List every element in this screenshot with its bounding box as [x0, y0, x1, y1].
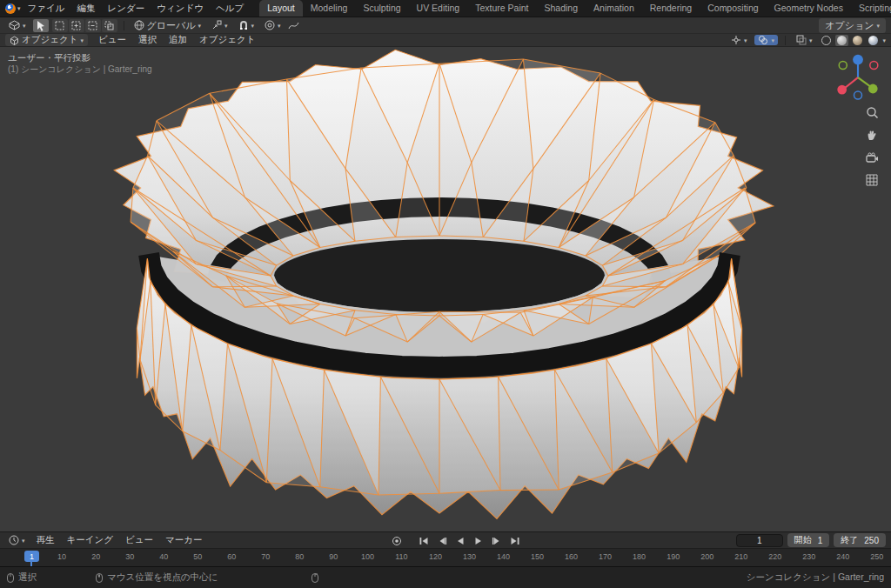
jump-to-end-button[interactable]: [506, 534, 523, 547]
toggle-grid-button[interactable]: [864, 172, 880, 188]
prev-keyframe-button[interactable]: [433, 534, 450, 547]
workspace-tab[interactable]: Layout: [259, 0, 303, 17]
prev-keyframe-icon: [437, 536, 447, 546]
menu-item[interactable]: レンダー: [102, 2, 151, 16]
ruler-tick: 30: [125, 552, 134, 561]
ruler-tick: 50: [193, 552, 202, 561]
frame-end-value: 250: [864, 536, 879, 545]
editor-type-dropdown[interactable]: ▾: [5, 20, 30, 30]
workspace-tab[interactable]: Scripting: [851, 0, 891, 17]
timeline-menu-item[interactable]: ビュー: [119, 533, 159, 547]
camera-view-button[interactable]: [864, 150, 880, 165]
workspace-tab[interactable]: Animation: [586, 0, 642, 17]
ruler-tick: 170: [599, 552, 612, 561]
timeline-header: ▾ 再生キーイングビューマーカー 1 開始 1 終了 250: [0, 531, 891, 548]
zoom-button[interactable]: [864, 104, 880, 120]
frame-end-label: 終了: [841, 534, 858, 546]
viewport-menu-item[interactable]: 選択: [132, 33, 163, 47]
playhead[interactable]: 1: [24, 551, 39, 562]
frame-fields: 1 開始 1 終了 250: [736, 533, 886, 547]
globe-icon: [134, 20, 144, 30]
ruler-tick: 190: [667, 552, 680, 561]
shading-wireframe-button[interactable]: [820, 35, 833, 46]
select-tool-button[interactable]: [33, 19, 49, 32]
show-overlays-dropdown[interactable]: ▾: [754, 35, 778, 45]
mouse-right-icon: [312, 573, 318, 583]
hand-icon: [866, 129, 878, 142]
timeline-menu-item[interactable]: キーイング: [61, 533, 119, 547]
shading-solid-button[interactable]: [835, 35, 848, 46]
current-frame-field[interactable]: 1: [736, 534, 783, 547]
solid-sphere-icon: [837, 36, 847, 45]
blender-logo-icon[interactable]: ▾: [5, 3, 21, 14]
transform-orientation-dropdown[interactable]: グローバル ▾: [131, 19, 205, 32]
viewport-menu-item[interactable]: 追加: [163, 33, 193, 47]
camera-icon: [866, 152, 879, 164]
ruler-tick: 150: [531, 552, 544, 561]
workspace-tab[interactable]: Rendering: [642, 0, 700, 17]
play-button[interactable]: [470, 534, 486, 547]
timeline-menu-item[interactable]: マーカー: [159, 533, 209, 547]
3d-viewport[interactable]: ユーザー・平行投影 (1) シーンコレクション | Garter_ring: [0, 47, 891, 531]
3d-object-garter-ring[interactable]: [0, 47, 891, 531]
workspace-tab[interactable]: UV Editing: [409, 0, 468, 17]
next-keyframe-icon: [492, 536, 502, 546]
ruler-tick: 80: [295, 552, 304, 561]
play-reverse-button[interactable]: [452, 534, 468, 547]
timeline-editor-dropdown[interactable]: ▾: [5, 535, 29, 545]
viewport-menu-item[interactable]: ビュー: [92, 33, 132, 47]
shading-mode-buttons: ▾: [820, 35, 886, 46]
ruler-tick: 220: [768, 552, 781, 561]
shading-material-button[interactable]: [851, 35, 864, 46]
jump-end-icon: [510, 536, 520, 546]
xray-toggle[interactable]: ▾: [793, 35, 816, 45]
workspace-tab[interactable]: Texture Paint: [467, 0, 536, 17]
viewport-editor-icon: [9, 20, 20, 30]
workspace-tab[interactable]: Sculpting: [355, 0, 408, 17]
ruler-tick: 200: [700, 552, 713, 561]
select-intersect-tool[interactable]: [102, 19, 117, 32]
workspace-tab[interactable]: Modeling: [303, 0, 356, 17]
navigation-gizmo[interactable]: [834, 52, 882, 101]
xray-icon: [796, 35, 807, 45]
jump-to-start-button[interactable]: [415, 534, 432, 547]
status-center-hint: マウス位置を視点の中心に: [96, 571, 218, 584]
cursor-arrow-icon: [36, 20, 46, 31]
mouse-middle-icon: [96, 573, 103, 583]
menu-item[interactable]: ヘルプ: [210, 2, 250, 16]
select-subtract-tool[interactable]: [85, 19, 101, 32]
mode-dropdown[interactable]: オブジェクト ▾: [5, 34, 88, 46]
snap-toggle[interactable]: ▾: [235, 20, 258, 30]
shading-rendered-button[interactable]: [867, 35, 880, 46]
ruler-tick: 130: [463, 552, 476, 561]
snap-target-dropdown[interactable]: ▾: [208, 20, 231, 30]
menu-item[interactable]: ファイル: [22, 2, 71, 16]
frame-start-field[interactable]: 開始 1: [787, 533, 830, 547]
show-gizmo-dropdown[interactable]: ▾: [727, 35, 751, 45]
timeline-menu-item[interactable]: 再生: [30, 533, 61, 547]
ruler-tick: 250: [870, 552, 883, 561]
ruler-tick: 10: [57, 552, 66, 561]
options-dropdown[interactable]: オプション ▾: [819, 18, 886, 33]
ruler-tick: 90: [329, 552, 338, 561]
snap-icon: [211, 20, 222, 30]
select-extend-tool[interactable]: [69, 19, 84, 32]
proportional-edit-dropdown[interactable]: ▾: [261, 20, 285, 30]
menu-item[interactable]: 編集: [71, 2, 102, 16]
ruler-tick: 120: [429, 552, 442, 561]
viewport-menu-item[interactable]: オブジェクト: [193, 33, 261, 47]
pan-button[interactable]: [864, 127, 880, 143]
workspace-tab[interactable]: Shading: [537, 0, 586, 17]
tool-settings-bar: ▾ グローバル ▾ ▾ ▾ ▾: [0, 17, 891, 33]
menu-item[interactable]: ウィンドウ: [151, 2, 210, 16]
box-select-icon: [55, 21, 64, 30]
timeline-ruler[interactable]: 1 10203040506070809010011012013014015016…: [0, 548, 891, 566]
select-box-tool[interactable]: [52, 19, 68, 32]
auto-keying-button[interactable]: [388, 534, 405, 547]
falloff-curve-icon[interactable]: [288, 20, 299, 30]
next-keyframe-button[interactable]: [488, 534, 505, 547]
workspace-tab[interactable]: Compositing: [700, 0, 766, 17]
workspace-tab[interactable]: Geometry Nodes: [767, 0, 851, 17]
proportional-circles-icon: [265, 20, 275, 30]
frame-end-field[interactable]: 終了 250: [834, 533, 886, 547]
